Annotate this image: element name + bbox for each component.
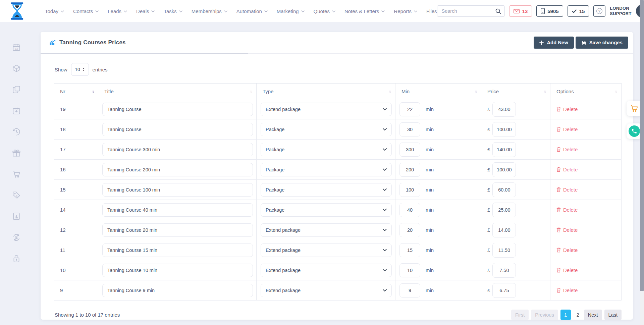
column-header-options[interactable]: Options↑↓ — [550, 84, 622, 99]
type-select[interactable]: Extend package — [261, 243, 392, 257]
title-input[interactable] — [102, 103, 253, 116]
price-input[interactable] — [492, 182, 516, 197]
nav-item-deals[interactable]: Deals — [136, 8, 155, 14]
sidebar-item-package-icon[interactable] — [12, 64, 21, 73]
search-input[interactable] — [437, 6, 492, 16]
min-input[interactable] — [399, 223, 420, 237]
nav-item-notes-letters[interactable]: Notes & Letters — [344, 8, 385, 14]
pagination-first-button[interactable]: First — [511, 310, 529, 320]
type-select[interactable]: Extend package — [261, 103, 392, 116]
delete-button[interactable]: Delete — [556, 287, 578, 293]
row-title-cell — [98, 200, 257, 220]
min-input[interactable] — [399, 183, 420, 197]
type-select[interactable]: Package — [261, 163, 392, 176]
min-input[interactable] — [399, 122, 420, 137]
nav-item-tasks[interactable]: Tasks — [164, 8, 182, 14]
sidebar-item-price-tag-icon[interactable]: $ — [12, 191, 21, 200]
delete-button[interactable]: Delete — [556, 247, 578, 253]
column-header-min[interactable]: Min↑↓ — [395, 84, 481, 99]
type-select[interactable]: Extend package — [261, 284, 392, 297]
sidebar-item-gift-icon[interactable] — [12, 149, 21, 157]
min-input[interactable] — [399, 102, 420, 116]
type-select[interactable]: Extend package — [261, 223, 392, 237]
help-button[interactable]: ? — [593, 5, 605, 17]
nav-item-memberships[interactable]: Memberships — [192, 8, 227, 14]
app-logo[interactable] — [10, 2, 24, 20]
search-button[interactable] — [492, 6, 504, 16]
save-changes-button[interactable]: Save changes — [576, 37, 628, 49]
delete-button[interactable]: Delete — [556, 267, 578, 273]
title-input[interactable] — [102, 223, 253, 237]
currency-label: £ — [487, 187, 490, 193]
svg-text:$: $ — [16, 194, 17, 197]
nav-item-contacts[interactable]: Contacts — [73, 8, 99, 14]
delete-button[interactable]: Delete — [556, 126, 578, 132]
delete-button[interactable]: Delete — [556, 227, 578, 233]
nav-item-reports[interactable]: Reports — [394, 8, 417, 14]
price-input[interactable] — [492, 142, 516, 157]
min-input[interactable] — [399, 283, 420, 297]
title-input[interactable] — [102, 243, 253, 257]
title-input[interactable] — [102, 123, 253, 136]
price-input[interactable] — [492, 243, 516, 258]
title-input[interactable] — [102, 203, 253, 217]
delete-button[interactable]: Delete — [556, 106, 578, 112]
nav-item-quotes[interactable]: Quotes — [314, 8, 335, 14]
type-select[interactable]: Extend package — [261, 264, 392, 277]
mail-badge[interactable]: 13 — [509, 5, 532, 17]
type-select[interactable]: Package — [261, 143, 392, 156]
phone-badge[interactable]: 5905 — [536, 5, 563, 17]
title-input[interactable] — [102, 264, 253, 277]
pagination-page-2[interactable]: 2 — [574, 310, 582, 320]
pagination-last-button[interactable]: Last — [604, 310, 622, 320]
price-input[interactable] — [492, 122, 516, 137]
price-input[interactable] — [492, 203, 516, 217]
sidebar-item-cart-icon[interactable] — [12, 170, 21, 178]
column-header-price[interactable]: Price↑↓ — [481, 84, 550, 99]
title-input[interactable] — [102, 183, 253, 197]
price-input[interactable] — [492, 102, 516, 117]
type-select[interactable]: Package — [261, 203, 392, 217]
price-input[interactable] — [492, 162, 516, 177]
price-input[interactable] — [492, 263, 516, 278]
sidebar-item-report-icon[interactable] — [12, 212, 21, 221]
delete-button[interactable]: Delete — [556, 167, 578, 172]
sidebar-item-lock-icon[interactable] — [12, 254, 21, 263]
price-input[interactable] — [492, 223, 516, 237]
title-input[interactable] — [102, 143, 253, 156]
delete-button[interactable]: Delete — [556, 187, 578, 193]
column-header-type[interactable]: Type↑↓ — [257, 84, 395, 99]
title-input[interactable] — [102, 163, 253, 176]
sidebar-item-history-icon[interactable] — [12, 127, 21, 136]
pagination-previous-button[interactable]: Previous — [531, 310, 558, 320]
scrollbar-thumb[interactable] — [640, 0, 644, 291]
min-input[interactable] — [399, 243, 420, 257]
sidebar-item-calendar-icon[interactable]: 12 — [12, 43, 21, 52]
title-input[interactable] — [102, 284, 253, 297]
delete-button[interactable]: Delete — [556, 147, 578, 152]
column-header-nr[interactable]: Nr↑↓ — [54, 84, 98, 99]
pagination-page-1-active[interactable]: 1 — [560, 310, 571, 320]
nav-item-leads[interactable]: Leads — [108, 8, 127, 14]
nav-item-files[interactable]: Files — [426, 8, 437, 14]
nav-item-marketing[interactable]: Marketing — [277, 8, 305, 14]
type-select[interactable]: Package — [261, 123, 392, 136]
min-input[interactable] — [399, 143, 420, 157]
price-input[interactable] — [492, 283, 516, 298]
delete-button[interactable]: Delete — [556, 207, 578, 213]
add-new-button[interactable]: Add New — [534, 37, 574, 49]
column-header-title[interactable]: Title↑↓ — [98, 84, 257, 99]
sidebar-item-copy-icon[interactable] — [12, 85, 21, 94]
type-select[interactable]: Package — [261, 183, 392, 197]
nav-item-automation[interactable]: Automation — [236, 8, 268, 14]
sidebar-item-customer-sync-icon[interactable] — [12, 233, 21, 242]
min-input[interactable] — [399, 203, 420, 217]
page-size-select[interactable]: 10 ▲▼ — [71, 63, 89, 76]
min-input[interactable] — [399, 163, 420, 177]
tasks-badge[interactable]: 15 — [568, 5, 589, 17]
min-input[interactable] — [399, 263, 420, 277]
nav-item-today[interactable]: Today — [45, 8, 64, 14]
pagination-next-button[interactable]: Next — [584, 310, 602, 320]
scrollbar-track[interactable] — [640, 0, 644, 325]
sidebar-item-calendar-import-icon[interactable] — [12, 106, 21, 115]
